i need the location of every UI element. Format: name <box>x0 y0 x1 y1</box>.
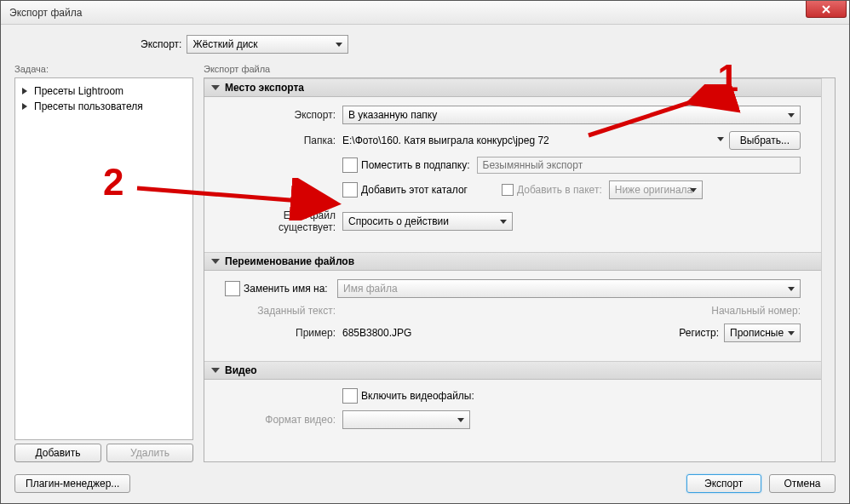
choose-folder-button[interactable]: Выбрать... <box>729 131 801 150</box>
exists-value: Спросить о действии <box>348 215 449 227</box>
panel-header-rename[interactable]: Переименование файлов <box>204 252 821 271</box>
export-button[interactable]: Экспорт <box>686 474 761 493</box>
close-icon <box>821 5 831 14</box>
plugin-manager-button[interactable]: Плагин-менеджер... <box>14 474 130 493</box>
export-to-value: В указанную папку <box>348 109 437 121</box>
custom-text-label: Заданный текст: <box>225 305 336 317</box>
triangle-right-icon <box>22 103 31 110</box>
triangle-right-icon <box>22 88 31 94</box>
panel-header-location[interactable]: Место экспорта <box>204 78 821 97</box>
window-title: Экспорт файла <box>9 7 82 19</box>
subfolder-checkbox[interactable] <box>342 158 358 173</box>
rename-value: Имя файла <box>343 283 398 295</box>
subfolder-input[interactable] <box>477 157 801 174</box>
chevron-down-icon <box>500 220 507 227</box>
titlebar: Экспорт файла <box>1 1 849 25</box>
export-target-value: Жёсткий диск <box>192 38 257 50</box>
panel-title: Переименование файлов <box>225 255 354 267</box>
scrollbar[interactable] <box>821 78 835 461</box>
subfolder-label: Поместить в подпапку: <box>361 159 470 171</box>
exists-combo[interactable]: Спросить о действии <box>342 212 513 231</box>
export-target-combo[interactable]: Жёсткий диск <box>187 35 348 54</box>
add-packet-checkbox[interactable] <box>502 184 514 196</box>
chevron-down-icon[interactable] <box>717 137 724 145</box>
preset-label: Пресеты пользователя <box>34 100 143 112</box>
add-catalog-checkbox[interactable] <box>342 182 358 198</box>
packet-combo[interactable]: Ниже оригинала <box>609 180 703 199</box>
add-packet-label: Добавить в пакет: <box>517 184 602 196</box>
cancel-button[interactable]: Отмена <box>769 474 836 493</box>
triangle-down-icon <box>211 368 220 377</box>
add-catalog-label: Добавить этот каталог <box>361 184 468 196</box>
panel-title: Видео <box>225 364 257 376</box>
preset-user[interactable]: Пресеты пользователя <box>19 99 189 114</box>
close-button[interactable] <box>806 1 847 18</box>
panel-title: Место экспорта <box>225 82 304 94</box>
packet-value: Ниже оригинала <box>615 184 693 196</box>
video-format-label: Формат видео: <box>225 414 336 426</box>
export-section-label: Экспорт файла <box>204 64 836 74</box>
export-label: Экспорт: <box>141 38 181 50</box>
rename-combo[interactable]: Имя файла <box>337 279 801 298</box>
rename-checkbox[interactable] <box>225 281 240 296</box>
case-value: Прописные <box>730 327 784 339</box>
chevron-down-icon <box>336 43 342 50</box>
remove-preset-button: Удалить <box>106 444 193 462</box>
include-video-checkbox[interactable] <box>342 388 358 404</box>
start-num-label: Начальный номер: <box>711 305 801 317</box>
example-label: Пример: <box>225 327 336 339</box>
chevron-down-icon <box>788 113 795 121</box>
include-video-label: Включить видеофайлы: <box>361 390 474 402</box>
add-preset-button[interactable]: Добавить <box>14 444 101 462</box>
preset-list[interactable]: Пресеты Lightroom Пресеты пользователя <box>14 77 193 440</box>
chevron-down-icon <box>788 287 795 295</box>
case-label: Регистр: <box>679 327 719 339</box>
triangle-down-icon <box>211 85 220 94</box>
export-to-label: Экспорт: <box>225 109 336 121</box>
chevron-down-icon <box>690 188 697 196</box>
video-format-combo[interactable] <box>342 410 470 429</box>
preset-label: Пресеты Lightroom <box>34 85 123 97</box>
triangle-down-icon <box>211 259 220 268</box>
folder-path: E:\Фото\160. Катя выиграла конкурс\jpeg … <box>342 135 712 146</box>
example-value: 685B3800.JPG <box>342 327 411 339</box>
exists-label: Если файл существует: <box>225 209 336 233</box>
panel-header-video[interactable]: Видео <box>204 361 821 380</box>
folder-label: Папка: <box>225 135 336 146</box>
task-section-label: Задача: <box>14 64 193 74</box>
preset-lightroom[interactable]: Пресеты Lightroom <box>19 83 189 99</box>
chevron-down-icon <box>788 331 795 339</box>
chevron-down-icon <box>457 418 464 426</box>
panels-scroll[interactable]: Место экспорта Экспорт: В указанную папк… <box>204 77 836 462</box>
rename-label: Заменить имя на: <box>244 283 337 295</box>
export-to-combo[interactable]: В указанную папку <box>342 106 801 124</box>
case-combo[interactable]: Прописные <box>724 324 801 342</box>
